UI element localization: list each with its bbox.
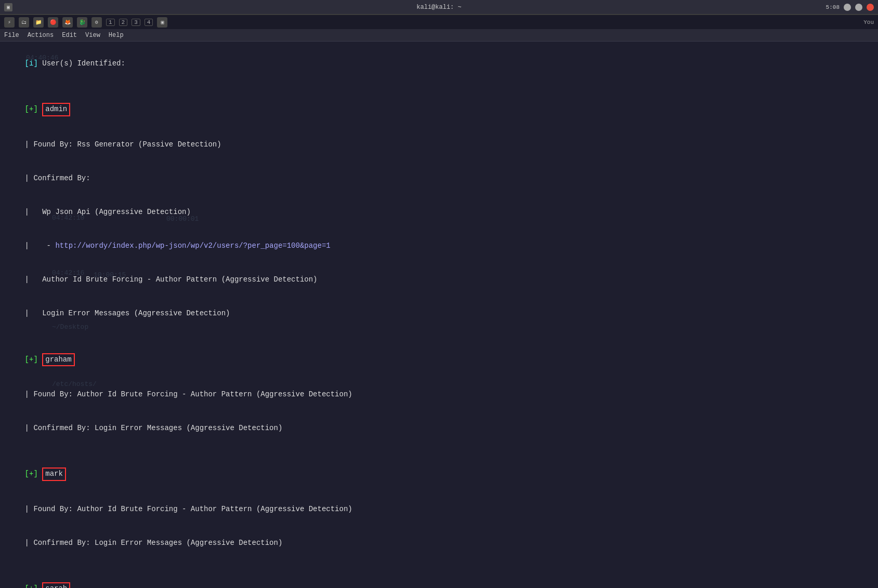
admin-confirmed-by-header: | Confirmed By: bbox=[7, 162, 871, 195]
menubar: File Actions Edit View Help bbox=[0, 29, 878, 42]
taskbar-icon-4[interactable]: 🔴 bbox=[48, 17, 58, 28]
admin-confirmed-4: | Login Error Messages (Aggressive Detec… bbox=[7, 297, 871, 330]
taskbar-icon-6[interactable]: 🐉 bbox=[77, 17, 87, 28]
titlebar: ▣ kali@kali: ~ 5:08 bbox=[0, 0, 878, 15]
terminal-icon: ▣ bbox=[4, 3, 12, 11]
username-graham: graham bbox=[42, 353, 74, 367]
user-mark-line: [+] mark bbox=[7, 457, 871, 492]
titlebar-title: kali@kali: ~ bbox=[416, 4, 461, 11]
user-sarah-line: [+] sarah bbox=[7, 571, 871, 588]
taskbar: ⚡ 🗂 📁 🔴 🦊 🐉 ⚙ 1 2 3 4 ▣ You bbox=[0, 15, 878, 29]
admin-confirmed-3: | Author Id Brute Forcing - Author Patte… bbox=[7, 263, 871, 297]
taskbar-num-1[interactable]: 1 bbox=[106, 19, 115, 26]
taskbar-right: You bbox=[863, 19, 874, 25]
titlebar-time: 5:08 bbox=[826, 4, 840, 10]
titlebar-left: ▣ bbox=[4, 3, 12, 11]
maximize-button[interactable] bbox=[855, 4, 862, 11]
taskbar-icon-1[interactable]: ⚡ bbox=[4, 17, 15, 28]
taskbar-icon-7[interactable]: ⚙ bbox=[91, 17, 102, 28]
admin-found-by: | Found By: Rss Generator (Passive Detec… bbox=[7, 128, 871, 162]
taskbar-num-3[interactable]: 3 bbox=[132, 19, 140, 26]
minimize-button[interactable] bbox=[844, 4, 851, 11]
taskbar-icon-2[interactable]: 🗂 bbox=[19, 17, 29, 28]
spacer-4 bbox=[7, 560, 871, 571]
taskbar-num-4[interactable]: 4 bbox=[145, 19, 153, 26]
taskbar-icon-term[interactable]: ▣ bbox=[157, 17, 167, 28]
spacer-1 bbox=[7, 81, 871, 92]
taskbar-icon-3[interactable]: 📁 bbox=[33, 17, 44, 28]
menu-help[interactable]: Help bbox=[109, 32, 124, 39]
menu-view[interactable]: View bbox=[85, 32, 100, 39]
spacer-3 bbox=[7, 445, 871, 457]
username-admin: admin bbox=[42, 103, 70, 116]
titlebar-controls: 5:08 bbox=[826, 4, 874, 11]
taskbar-user-label: You bbox=[863, 19, 874, 25]
admin-confirmed-1: | Wp Json Api (Aggressive Detection) bbox=[7, 195, 871, 229]
admin-confirmed-2: | - http://wordy/index.php/wp-json/wp/v2… bbox=[7, 229, 871, 263]
graham-confirmed-by: | Confirmed By: Login Error Messages (Ag… bbox=[7, 411, 871, 445]
menu-actions[interactable]: Actions bbox=[28, 32, 54, 39]
username-mark: mark bbox=[42, 467, 66, 481]
taskbar-num-2[interactable]: 2 bbox=[119, 19, 128, 26]
terminal: 04:40:46 04:42:10 00:00:01 04:42:16 10:0… bbox=[0, 42, 878, 588]
header-line: [i] User(s) Identified: bbox=[7, 47, 871, 81]
username-sarah: sarah bbox=[42, 582, 70, 588]
graham-found-by: | Found By: Author Id Brute Forcing - Au… bbox=[7, 378, 871, 411]
mark-confirmed-by: | Confirmed By: Login Error Messages (Ag… bbox=[7, 526, 871, 560]
spacer-2 bbox=[7, 330, 871, 342]
menu-file[interactable]: File bbox=[4, 32, 19, 39]
user-admin-line: [+] admin bbox=[7, 92, 871, 128]
mark-found-by: | Found By: Author Id Brute Forcing - Au… bbox=[7, 492, 871, 526]
close-button[interactable] bbox=[867, 4, 874, 11]
user-graham-line: [+] graham bbox=[7, 342, 871, 378]
menu-edit[interactable]: Edit bbox=[62, 32, 77, 39]
taskbar-icon-5[interactable]: 🦊 bbox=[62, 17, 73, 28]
